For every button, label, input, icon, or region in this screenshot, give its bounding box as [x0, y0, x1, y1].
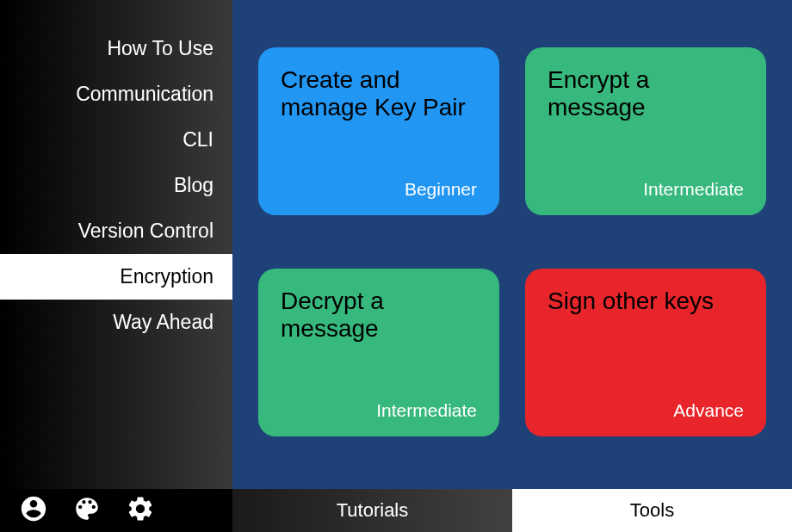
- content-area: Create and manage Key Pair Beginner Encr…: [232, 0, 792, 489]
- bottom-tabs: Tutorials Tools: [232, 489, 792, 532]
- card-level: Intermediate: [281, 400, 477, 421]
- sidebar: How To Use Communication CLI Blog Versio…: [0, 0, 232, 489]
- tab-tutorials[interactable]: Tutorials: [232, 489, 512, 532]
- bottom-icons: [0, 489, 232, 532]
- card-level: Advance: [548, 400, 744, 421]
- sidebar-item-cli[interactable]: CLI: [0, 117, 232, 163]
- sidebar-item-encryption[interactable]: Encryption: [0, 254, 232, 300]
- card-create-manage-key-pair[interactable]: Create and manage Key Pair Beginner: [258, 47, 499, 215]
- card-title: Create and manage Key Pair: [281, 66, 477, 121]
- bottom-bar: Tutorials Tools: [0, 489, 792, 532]
- user-icon[interactable]: [19, 494, 48, 527]
- sidebar-item-how-to-use[interactable]: How To Use: [0, 26, 232, 71]
- sidebar-item-version-control[interactable]: Version Control: [0, 208, 232, 254]
- card-title: Decrypt a message: [281, 288, 477, 343]
- card-decrypt-message[interactable]: Decrypt a message Intermediate: [258, 269, 499, 436]
- palette-icon[interactable]: [72, 494, 102, 527]
- gear-icon[interactable]: [126, 494, 155, 527]
- sidebar-item-way-ahead[interactable]: Way Ahead: [0, 300, 232, 345]
- sidebar-item-communication[interactable]: Communication: [0, 71, 232, 117]
- tab-tools[interactable]: Tools: [512, 489, 792, 532]
- card-title: Sign other keys: [548, 288, 744, 315]
- card-encrypt-message[interactable]: Encrypt a message Intermediate: [525, 47, 766, 215]
- card-level: Beginner: [281, 179, 477, 200]
- sidebar-item-blog[interactable]: Blog: [0, 163, 232, 208]
- card-level: Intermediate: [548, 179, 744, 200]
- card-sign-other-keys[interactable]: Sign other keys Advance: [525, 269, 766, 436]
- card-title: Encrypt a message: [548, 66, 744, 121]
